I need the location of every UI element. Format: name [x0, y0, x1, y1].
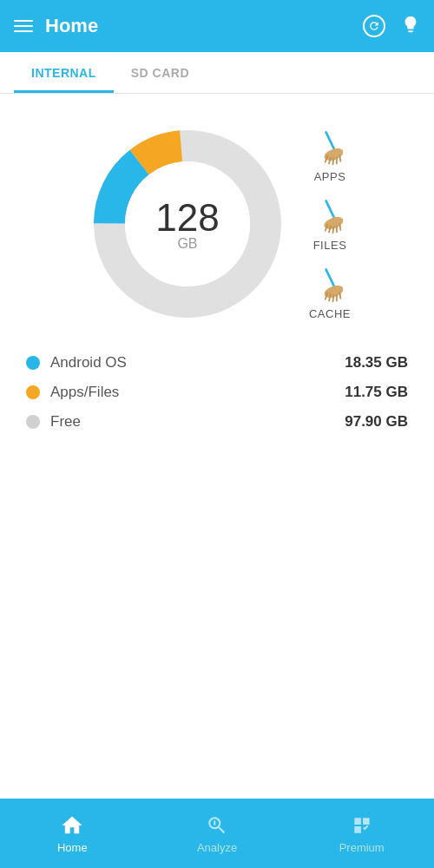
- nav-premium-label: Premium: [339, 841, 385, 854]
- legend-android-os: Android OS 18.35 GB: [26, 354, 408, 372]
- svg-line-17: [339, 223, 340, 229]
- tabs: INTERNAL SD CARD: [0, 52, 434, 94]
- donut-center: 128 GB: [155, 196, 219, 252]
- svg-line-8: [333, 158, 334, 164]
- page-title: Home: [45, 15, 98, 37]
- nav-premium[interactable]: Premium: [289, 813, 434, 854]
- legend: Android OS 18.35 GB Apps/Files 11.75 GB …: [0, 345, 434, 439]
- android-os-value: 18.35 GB: [345, 354, 408, 372]
- tab-internal[interactable]: INTERNAL: [14, 52, 114, 93]
- apps-label: APPS: [314, 170, 346, 183]
- svg-line-11: [326, 201, 336, 220]
- menu-icon[interactable]: [14, 20, 33, 32]
- lightbulb-button[interactable]: [401, 15, 420, 38]
- android-os-name: Android OS: [50, 354, 127, 372]
- main-content: 128 GB APPS: [0, 94, 434, 795]
- svg-line-4: [326, 132, 336, 151]
- header-icons: [363, 15, 420, 38]
- apps-files-dot: [26, 385, 40, 399]
- nav-analyze-label: Analyze: [197, 841, 237, 854]
- bottom-nav: Home Analyze Premium: [0, 799, 434, 868]
- nav-analyze[interactable]: Analyze: [145, 813, 290, 854]
- header: Home: [0, 0, 434, 52]
- apps-files-name: Apps/Files: [50, 384, 119, 401]
- svg-rect-25: [214, 821, 215, 825]
- cache-label: CACHE: [309, 307, 351, 320]
- nav-home-label: Home: [57, 841, 88, 854]
- premium-icon: [350, 813, 374, 838]
- apps-button[interactable]: APPS: [311, 128, 349, 183]
- svg-line-10: [339, 155, 340, 161]
- files-button[interactable]: FILES: [311, 197, 349, 252]
- legend-free: Free 97.90 GB: [26, 413, 408, 431]
- legend-apps-files: Apps/Files 11.75 GB: [26, 384, 408, 401]
- storage-value: 128: [155, 196, 219, 240]
- header-left: Home: [14, 15, 98, 37]
- free-name: Free: [50, 413, 81, 431]
- svg-line-22: [333, 295, 334, 301]
- legend-android-os-left: Android OS: [26, 354, 127, 372]
- home-icon: [60, 813, 84, 838]
- legend-free-left: Free: [26, 413, 81, 431]
- free-value: 97.90 GB: [345, 413, 408, 431]
- legend-apps-files-left: Apps/Files: [26, 384, 119, 401]
- cache-button[interactable]: CACHE: [309, 266, 351, 320]
- apps-files-value: 11.75 GB: [345, 384, 408, 401]
- nav-home[interactable]: Home: [0, 813, 145, 854]
- refresh-button[interactable]: [363, 15, 385, 37]
- donut-chart: 128 GB: [83, 120, 292, 328]
- side-icons: APPS FILES: [309, 128, 351, 320]
- svg-line-18: [326, 269, 336, 288]
- analyze-icon: [205, 813, 229, 838]
- files-label: FILES: [313, 239, 347, 252]
- chart-area: 128 GB APPS: [0, 94, 434, 345]
- tab-sdcard[interactable]: SD CARD: [114, 52, 207, 93]
- android-os-dot: [26, 356, 40, 370]
- svg-line-15: [333, 227, 334, 233]
- svg-rect-26: [214, 820, 215, 822]
- free-dot: [26, 415, 40, 429]
- svg-line-24: [339, 292, 340, 298]
